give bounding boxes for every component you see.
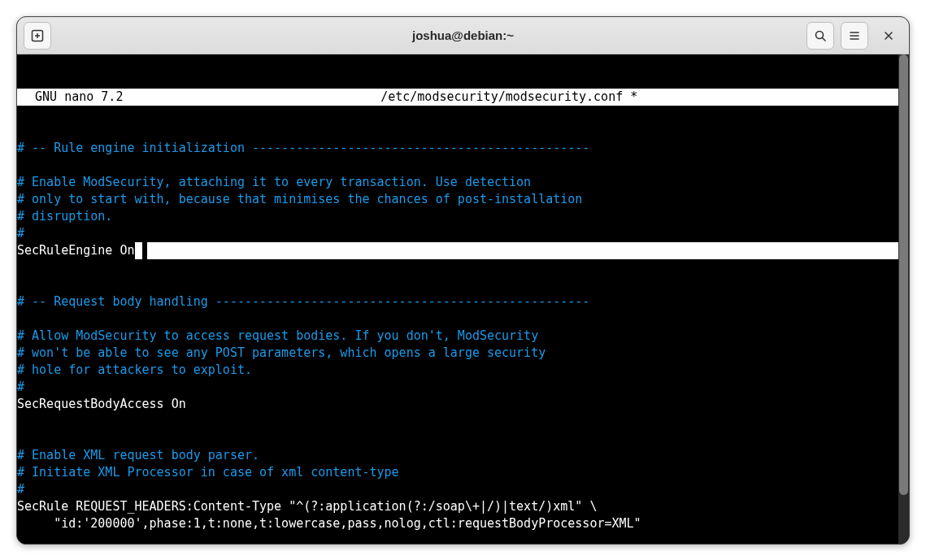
editor-line[interactable]: SecRule REQUEST_HEADERS:Content-Type "^(… [17,498,898,515]
terminal-content[interactable]: GNU nano 7.2 /etc/modsecurity/modsecurit… [17,54,898,544]
editor-line[interactable]: # [17,225,898,242]
editor-line[interactable]: # hole for attackers to exploit. [17,362,898,379]
editor-line[interactable]: # Enable ModSecurity, attaching it to ev… [17,174,898,191]
editor-line[interactable] [17,430,898,447]
svg-line-4 [823,37,826,41]
editor-line[interactable]: # -- Request body handling -------------… [17,293,898,310]
editor-line[interactable]: # [17,379,898,396]
scrollbar-thumb[interactable] [899,54,908,495]
nano-filepath: /etc/modsecurity/modsecurity.conf * [123,89,895,106]
nano-header: GNU nano 7.2 /etc/modsecurity/modsecurit… [17,89,898,106]
close-icon [883,30,894,41]
line-highlight [147,242,898,259]
editor-line[interactable]: SecRequestBodyAccess On [17,396,898,413]
editor-line[interactable] [17,259,898,276]
editor-line-text: SecRuleEngine On [17,242,135,259]
close-button[interactable] [875,22,902,50]
editor-line[interactable] [17,276,898,293]
editor-line[interactable]: # disruption. [17,208,898,225]
editor-line[interactable]: # Allow ModSecurity to access request bo… [17,328,898,345]
editor-body[interactable]: # -- Rule engine initialization --------… [17,140,898,544]
editor-line[interactable]: "id:'200000',phase:1,t:none,t:lowercase,… [17,515,898,532]
window-title: joshua@debian:~ [17,28,909,42]
menu-button[interactable] [841,22,868,50]
terminal-window: joshua@debian:~ [16,16,910,545]
editor-line[interactable] [17,310,898,328]
nano-app-name: GNU nano 7.2 [17,89,123,106]
editor-line[interactable]: # -- Rule engine initialization --------… [17,140,898,157]
editor-line[interactable]: # Enable XML request body parser. [17,447,898,464]
editor-line[interactable]: # [17,481,898,498]
editor-line[interactable] [17,157,898,174]
editor-line[interactable]: # only to start with, because that minim… [17,191,898,208]
editor-cursor-line[interactable]: SecRuleEngine On [17,242,898,259]
titlebar: joshua@debian:~ [17,17,909,54]
cursor [135,242,142,259]
search-button[interactable] [806,22,834,50]
new-tab-button[interactable] [24,22,51,50]
editor-line[interactable]: # won't be able to see any POST paramete… [17,345,898,362]
editor-line[interactable] [17,532,898,544]
scrollbar[interactable] [898,54,909,544]
new-tab-icon [31,29,44,42]
editor-line[interactable]: # Initiate XML Processor in case of xml … [17,464,898,481]
hamburger-icon [848,29,861,42]
search-icon [814,29,827,42]
editor-line[interactable] [17,413,898,430]
